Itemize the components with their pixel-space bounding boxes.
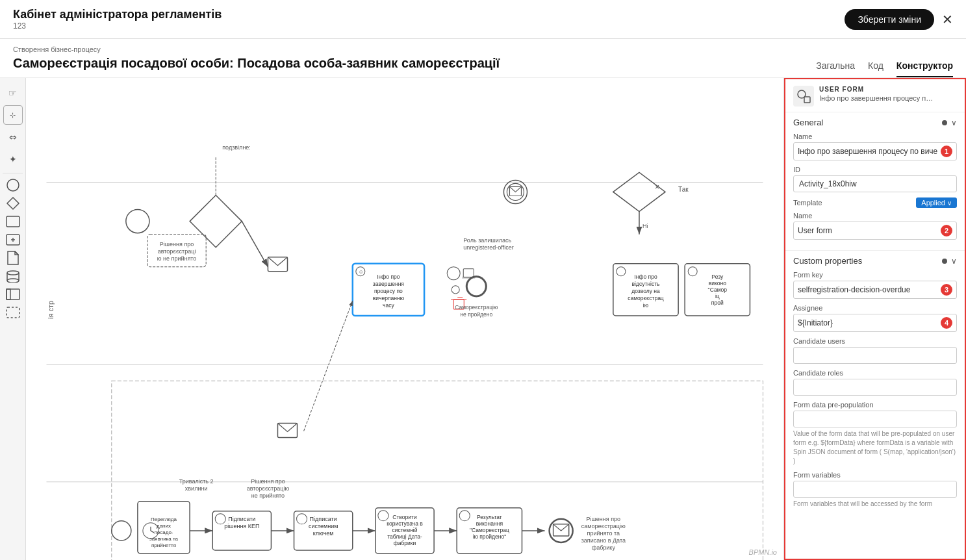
candidate-users-group: Candidate users	[793, 337, 957, 364]
svg-text:Рішення про: Рішення про	[160, 241, 194, 248]
general-section-controls: ∨	[942, 118, 957, 127]
form-key-group: Form key 3	[793, 271, 957, 299]
svg-rect-125	[804, 97, 810, 103]
id-input[interactable]	[793, 175, 957, 192]
svg-text:виконо: виконо	[709, 280, 727, 286]
form-data-label: Form data pre-population	[793, 401, 957, 409]
svg-text:ю не прийнято: ю не прийнято	[157, 255, 197, 262]
svg-text:не пройдено: не пройдено	[460, 311, 492, 318]
tab-constructor[interactable]: Конструктор	[896, 60, 953, 77]
svg-point-89	[297, 514, 307, 524]
svg-point-0	[7, 179, 19, 191]
page-title: Самореєстрація посадової особи: Посадова…	[13, 56, 500, 71]
panel-header-info: USER FORM Інфо про завершення процесу по…	[819, 86, 957, 102]
general-section-header: General ∨	[793, 118, 957, 127]
id-label: ID	[793, 166, 957, 173]
svg-text:іц: іц	[715, 293, 720, 299]
svg-text:посадо-: посадо-	[154, 529, 173, 535]
right-panel: USER FORM Інфо про завершення процесу по…	[784, 78, 966, 560]
close-button[interactable]: ✕	[942, 12, 953, 27]
svg-text:Створити: Створити	[392, 514, 417, 520]
toolbar: ☞ ⊹ ⇔ ✦	[0, 78, 26, 560]
tab-code[interactable]: Код	[868, 60, 883, 77]
shape-subprocess[interactable]	[4, 232, 22, 248]
lasso-tool[interactable]: ⊹	[3, 105, 23, 125]
svg-text:виконання: виконання	[476, 520, 503, 527]
svg-text:заявника та: заявника та	[149, 536, 179, 542]
svg-marker-7	[15, 251, 18, 255]
svg-text:"Самор: "Самор	[708, 286, 728, 293]
svg-text:Інфо про: Інфо про	[377, 274, 400, 280]
panel-header: USER FORM Інфо про завершення процесу по…	[785, 79, 965, 112]
svg-text:Роль залишилась: Роль залишилась	[463, 237, 511, 244]
candidate-roles-group: Candidate roles	[793, 369, 957, 396]
svg-text:Резу: Резу	[711, 274, 724, 280]
svg-point-19	[126, 210, 149, 233]
svg-text:дозволу на: дозволу на	[631, 288, 660, 294]
section-dot	[942, 120, 947, 125]
assignee-input[interactable]	[798, 318, 938, 327]
svg-rect-48	[463, 269, 474, 277]
svg-rect-2	[6, 216, 19, 227]
svg-line-76	[151, 531, 154, 533]
shape-task[interactable]	[4, 214, 22, 229]
svg-text:×: ×	[655, 183, 659, 192]
shape-gateway[interactable]	[4, 196, 22, 211]
svg-text:записано в Дата: записано в Дата	[581, 537, 626, 544]
svg-text:процесу по: процесу по	[374, 288, 403, 294]
form-variables-input[interactable]	[793, 481, 957, 498]
badge-3: 3	[941, 284, 952, 296]
bpmn-diagram[interactable]: ія стр Рішення про авторєєстраці ю не пр…	[26, 78, 783, 560]
form-variables-group: Form variables Form variables that will …	[793, 471, 957, 509]
svg-rect-71	[112, 381, 763, 560]
svg-text:авторєєстраці: авторєєстраці	[158, 248, 196, 255]
candidate-users-input[interactable]	[793, 347, 957, 364]
user-form-input[interactable]	[798, 226, 938, 235]
form-variables-hint: Form variables that will be accessed by …	[793, 500, 957, 509]
svg-point-65	[688, 267, 697, 276]
svg-rect-13	[6, 289, 10, 299]
shape-event[interactable]	[4, 177, 22, 193]
svg-text:Рішення про: Рішення про	[251, 478, 285, 485]
app-title: Кабінет адміністратора регламентів	[13, 8, 222, 21]
svg-text:Підписати: Підписати	[228, 516, 255, 522]
custom-props-chevron[interactable]: ∨	[951, 257, 957, 266]
svg-text:прой: прой	[711, 299, 724, 306]
candidate-roles-input[interactable]	[793, 379, 957, 396]
form-data-input[interactable]	[793, 411, 957, 427]
svg-text:Так: Так	[678, 186, 689, 193]
template-badge-text: Applied	[921, 199, 945, 207]
template-badge[interactable]: Applied ∨	[916, 197, 957, 208]
svg-point-56	[466, 277, 486, 296]
svg-line-122	[304, 301, 353, 431]
tab-general[interactable]: Загальна	[816, 60, 855, 77]
svg-text:Тривалість 2: Тривалість 2	[179, 478, 214, 485]
candidate-roles-label: Candidate roles	[793, 369, 957, 377]
shape-group[interactable]	[4, 305, 22, 320]
general-chevron[interactable]: ∨	[951, 118, 957, 127]
panel-header-icon	[793, 86, 814, 107]
shape-pool[interactable]	[4, 286, 22, 302]
page-header-left: Створення бізнес-процесу Самореєстрація …	[13, 45, 500, 71]
svg-text:Результат: Результат	[477, 514, 502, 520]
shape-data-store[interactable]	[4, 268, 22, 284]
form-key-input[interactable]	[798, 285, 938, 294]
name-input[interactable]	[798, 147, 938, 156]
shape-data-object[interactable]	[4, 250, 22, 266]
custom-properties-section: Custom properties ∨ Form key 3 Assignee	[785, 251, 965, 519]
toolbar-divider-1	[3, 173, 23, 173]
connect-tool[interactable]: ✦	[3, 149, 23, 169]
user-form-input-wrapper: 2	[793, 222, 957, 240]
svg-point-95	[378, 511, 388, 521]
svg-point-103	[459, 511, 470, 521]
header-right: Зберегти зміни ✕	[845, 9, 953, 30]
svg-text:не прийнято: не прийнято	[251, 492, 285, 499]
breadcrumb: Створення бізнес-процесу	[13, 45, 500, 53]
svg-point-47	[447, 267, 460, 280]
assignee-label: Assignee	[793, 304, 957, 312]
hand-tool[interactable]: ☞	[3, 83, 23, 103]
space-tool[interactable]: ⇔	[3, 127, 23, 147]
svg-text:ключем: ключем	[313, 530, 334, 537]
id-field-group: ID	[793, 166, 957, 192]
save-button[interactable]: Зберегти зміни	[845, 9, 934, 30]
